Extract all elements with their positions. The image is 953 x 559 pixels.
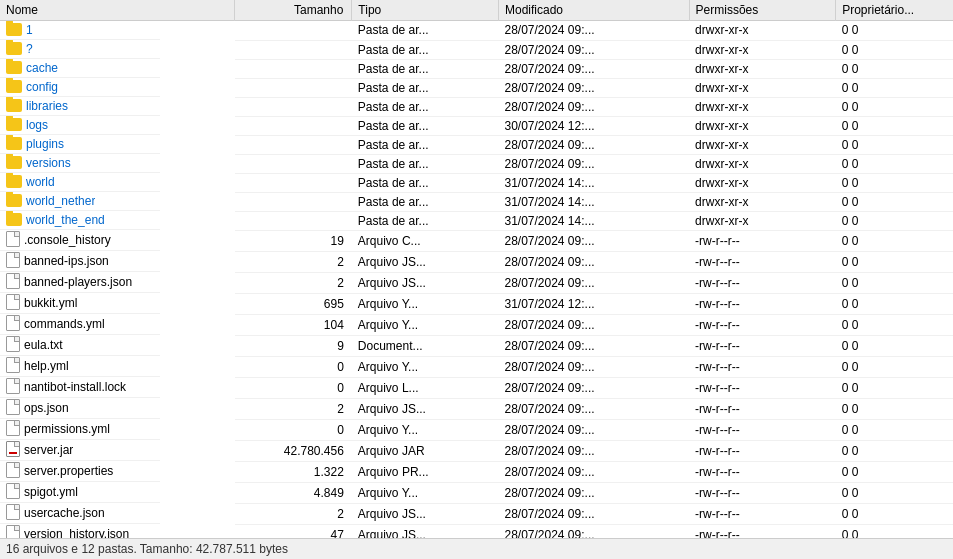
file-size-cell bbox=[235, 59, 352, 78]
file-permissions-cell: drwxr-xr-x bbox=[689, 21, 836, 41]
table-row[interactable]: banned-players.json2Arquivo JS...28/07/2… bbox=[0, 272, 953, 293]
file-owner-cell: 0 0 bbox=[836, 377, 953, 398]
file-name-cell[interactable]: cache bbox=[0, 59, 160, 78]
table-row[interactable]: ops.json2Arquivo JS...28/07/2024 09:...-… bbox=[0, 398, 953, 419]
file-modified-cell: 31/07/2024 14:... bbox=[498, 192, 689, 211]
table-row[interactable]: librariesPasta de ar...28/07/2024 09:...… bbox=[0, 97, 953, 116]
table-row[interactable]: cachePasta de ar...28/07/2024 09:...drwx… bbox=[0, 59, 953, 78]
file-name-cell[interactable]: ? bbox=[0, 40, 160, 59]
col-header-modified[interactable]: Modificado bbox=[498, 0, 689, 21]
file-owner-cell: 0 0 bbox=[836, 59, 953, 78]
table-row[interactable]: 1Pasta de ar...28/07/2024 09:...drwxr-xr… bbox=[0, 21, 953, 41]
file-name-cell[interactable]: spigot.yml bbox=[0, 482, 160, 503]
file-name-cell[interactable]: server.properties bbox=[0, 461, 160, 482]
file-type-cell: Pasta de ar... bbox=[352, 40, 499, 59]
file-type-cell: Arquivo Y... bbox=[352, 419, 499, 440]
file-size-cell: 2 bbox=[235, 251, 352, 272]
table-row[interactable]: usercache.json2Arquivo JS...28/07/2024 0… bbox=[0, 503, 953, 524]
file-type-cell: Arquivo PR... bbox=[352, 461, 499, 482]
file-name-text: server.properties bbox=[24, 464, 113, 478]
file-permissions-cell: drwxr-xr-x bbox=[689, 40, 836, 59]
file-modified-cell: 28/07/2024 09:... bbox=[498, 524, 689, 538]
file-name-text: banned-ips.json bbox=[24, 254, 109, 268]
file-name-text: world_the_end bbox=[26, 213, 105, 227]
table-row[interactable]: worldPasta de ar...31/07/2024 14:...drwx… bbox=[0, 173, 953, 192]
table-row[interactable]: eula.txt9Document...28/07/2024 09:...-rw… bbox=[0, 335, 953, 356]
file-name-cell[interactable]: bukkit.yml bbox=[0, 293, 160, 314]
file-owner-cell: 0 0 bbox=[836, 40, 953, 59]
file-name-cell[interactable]: nantibot-install.lock bbox=[0, 377, 160, 398]
file-type-cell: Arquivo Y... bbox=[352, 356, 499, 377]
file-name-cell[interactable]: world bbox=[0, 173, 160, 192]
file-name-cell[interactable]: commands.yml bbox=[0, 314, 160, 335]
col-header-size[interactable]: Tamanho bbox=[235, 0, 352, 21]
col-header-name[interactable]: Nome bbox=[0, 0, 235, 21]
file-name-cell[interactable]: world_nether bbox=[0, 192, 160, 211]
table-row[interactable]: world_netherPasta de ar...31/07/2024 14:… bbox=[0, 192, 953, 211]
col-header-owner[interactable]: Proprietário... bbox=[836, 0, 953, 21]
file-name-cell[interactable]: banned-players.json bbox=[0, 272, 160, 293]
table-row[interactable]: bukkit.yml695Arquivo Y...31/07/2024 12:.… bbox=[0, 293, 953, 314]
file-size-cell: 4.849 bbox=[235, 482, 352, 503]
file-name-text: config bbox=[26, 80, 58, 94]
table-row[interactable]: server.jar42.780.456Arquivo JAR28/07/202… bbox=[0, 440, 953, 461]
file-type-cell: Pasta de ar... bbox=[352, 97, 499, 116]
table-row[interactable]: nantibot-install.lock0Arquivo L...28/07/… bbox=[0, 377, 953, 398]
file-size-cell: 0 bbox=[235, 419, 352, 440]
file-list-container[interactable]: Nome Tamanho Tipo Modificado Permissões … bbox=[0, 0, 953, 538]
file-size-cell: 19 bbox=[235, 230, 352, 251]
file-name-text: ops.json bbox=[24, 401, 69, 415]
file-permissions-cell: -rw-r--r-- bbox=[689, 293, 836, 314]
file-name-cell[interactable]: help.yml bbox=[0, 356, 160, 377]
file-name-cell[interactable]: eula.txt bbox=[0, 335, 160, 356]
file-name-cell[interactable]: permissions.yml bbox=[0, 419, 160, 440]
table-row[interactable]: version_history.json47Arquivo JS...28/07… bbox=[0, 524, 953, 538]
table-row[interactable]: ?Pasta de ar...28/07/2024 09:...drwxr-xr… bbox=[0, 40, 953, 59]
table-row[interactable]: configPasta de ar...28/07/2024 09:...drw… bbox=[0, 78, 953, 97]
table-row[interactable]: help.yml0Arquivo Y...28/07/2024 09:...-r… bbox=[0, 356, 953, 377]
file-permissions-cell: -rw-r--r-- bbox=[689, 482, 836, 503]
table-row[interactable]: versionsPasta de ar...28/07/2024 09:...d… bbox=[0, 154, 953, 173]
col-header-permissions[interactable]: Permissões bbox=[689, 0, 836, 21]
table-row[interactable]: server.properties1.322Arquivo PR...28/07… bbox=[0, 461, 953, 482]
folder-icon bbox=[6, 118, 22, 131]
folder-icon bbox=[6, 23, 22, 36]
file-name-cell[interactable]: 1 bbox=[0, 21, 160, 40]
col-header-type[interactable]: Tipo bbox=[352, 0, 499, 21]
file-name-cell[interactable]: versions bbox=[0, 154, 160, 173]
file-owner-cell: 0 0 bbox=[836, 230, 953, 251]
file-type-cell: Arquivo Y... bbox=[352, 482, 499, 503]
table-row[interactable]: banned-ips.json2Arquivo JS...28/07/2024 … bbox=[0, 251, 953, 272]
file-name-cell[interactable]: .console_history bbox=[0, 230, 160, 251]
file-name-cell[interactable]: banned-ips.json bbox=[0, 251, 160, 272]
table-row[interactable]: logsPasta de ar...30/07/2024 12:...drwxr… bbox=[0, 116, 953, 135]
file-permissions-cell: drwxr-xr-x bbox=[689, 192, 836, 211]
table-row[interactable]: .console_history19Arquivo C...28/07/2024… bbox=[0, 230, 953, 251]
file-permissions-cell: -rw-r--r-- bbox=[689, 503, 836, 524]
table-row[interactable]: permissions.yml0Arquivo Y...28/07/2024 0… bbox=[0, 419, 953, 440]
file-permissions-cell: -rw-r--r-- bbox=[689, 398, 836, 419]
file-modified-cell: 28/07/2024 09:... bbox=[498, 356, 689, 377]
file-name-text: eula.txt bbox=[24, 338, 63, 352]
file-name-cell[interactable]: world_the_end bbox=[0, 211, 160, 230]
file-name-cell[interactable]: usercache.json bbox=[0, 503, 160, 524]
file-name-cell[interactable]: ops.json bbox=[0, 398, 160, 419]
file-size-cell: 1.322 bbox=[235, 461, 352, 482]
folder-icon bbox=[6, 175, 22, 188]
file-permissions-cell: -rw-r--r-- bbox=[689, 356, 836, 377]
table-row[interactable]: pluginsPasta de ar...28/07/2024 09:...dr… bbox=[0, 135, 953, 154]
file-name-cell[interactable]: config bbox=[0, 78, 160, 97]
table-row[interactable]: spigot.yml4.849Arquivo Y...28/07/2024 09… bbox=[0, 482, 953, 503]
file-modified-cell: 28/07/2024 09:... bbox=[498, 59, 689, 78]
file-name-cell[interactable]: version_history.json bbox=[0, 524, 160, 538]
file-name-cell[interactable]: server.jar bbox=[0, 440, 160, 461]
file-name-cell[interactable]: libraries bbox=[0, 97, 160, 116]
file-name-cell[interactable]: plugins bbox=[0, 135, 160, 154]
file-name-cell[interactable]: logs bbox=[0, 116, 160, 135]
table-row[interactable]: commands.yml104Arquivo Y...28/07/2024 09… bbox=[0, 314, 953, 335]
file-type-cell: Pasta de ar... bbox=[352, 192, 499, 211]
folder-icon bbox=[6, 194, 22, 207]
file-name-text: logs bbox=[26, 118, 48, 132]
table-row[interactable]: world_the_endPasta de ar...31/07/2024 14… bbox=[0, 211, 953, 230]
file-type-cell: Arquivo JS... bbox=[352, 398, 499, 419]
